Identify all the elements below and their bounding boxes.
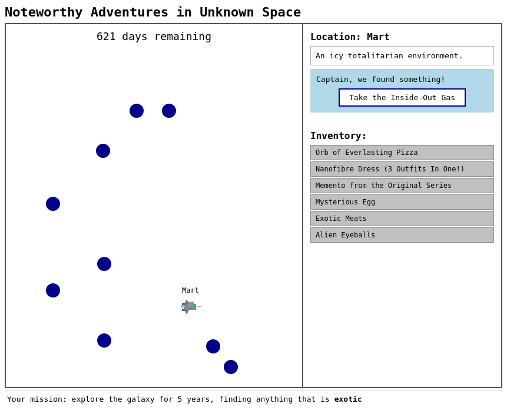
planet-5 <box>97 257 111 271</box>
found-box: Captain, we found something! Take the In… <box>310 69 494 113</box>
days-remaining: 621 days remaining <box>6 24 302 45</box>
left-panel: 621 days remaining Mart <box>6 24 303 387</box>
planet-6 <box>46 283 60 297</box>
svg-rect-5 <box>190 303 194 306</box>
svg-marker-2 <box>196 306 201 307</box>
ship-icon <box>180 298 203 316</box>
inventory-item: Exotic Meats <box>310 211 494 226</box>
take-button[interactable]: Take the Inside-Out Gas <box>339 88 466 107</box>
planet-8 <box>206 339 220 353</box>
planet-1 <box>130 104 144 118</box>
location-title: Location: Mart <box>310 31 494 42</box>
inventory-item: Mysterious Egg <box>310 194 494 210</box>
planet-7 <box>97 333 111 348</box>
mission-keyword: exotic <box>334 395 362 404</box>
inventory-list: Orb of Everlasting PizzaNanofibre Dress … <box>310 145 494 243</box>
inventory-item: Orb of Everlasting Pizza <box>310 145 494 160</box>
mission-prefix: Your mission: explore the galaxy for 5 y… <box>7 395 334 404</box>
ship-label: Mart <box>182 286 199 295</box>
planet-3 <box>96 144 110 158</box>
planet-2 <box>162 104 176 118</box>
page-title: Noteworthy Adventures in Unknown Space <box>5 5 502 19</box>
inventory-item: Alien Eyeballs <box>310 227 494 243</box>
planet-4 <box>46 197 60 211</box>
main-container: 621 days remaining Mart Location: Mart A… <box>5 23 502 388</box>
planet-9 <box>224 360 238 374</box>
svg-rect-6 <box>181 305 184 307</box>
space-map: Mart <box>6 45 302 378</box>
right-panel: Location: Mart An icy totalitarian envir… <box>303 24 501 387</box>
mission-bar: Your mission: explore the galaxy for 5 y… <box>5 391 502 407</box>
found-message: Captain, we found something! <box>316 75 488 84</box>
svg-marker-8 <box>184 310 189 315</box>
description-box: An icy totalitarian environment. <box>310 46 494 65</box>
inventory-item: Nanofibre Dress (3 Outfits In One!) <box>310 161 494 177</box>
inventory-item: Memento from the Original Series <box>310 178 494 193</box>
inventory-title: Inventory: <box>310 130 494 141</box>
